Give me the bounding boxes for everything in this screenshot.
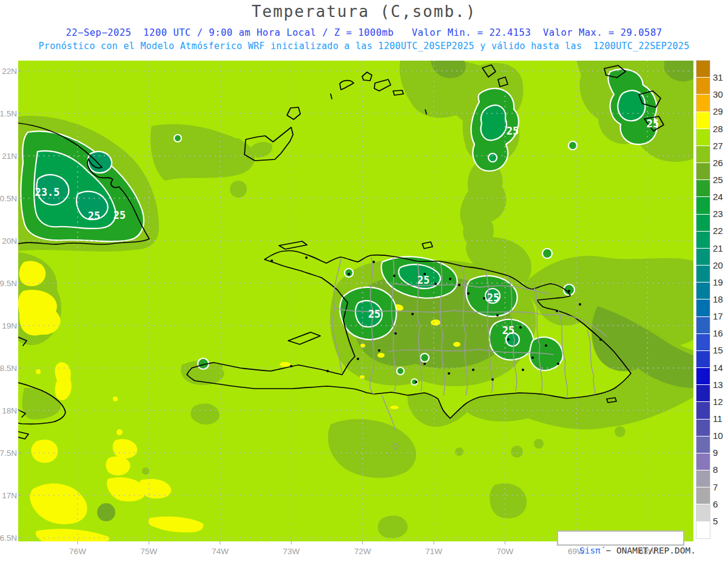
lat-label: 1.5N: [0, 109, 17, 118]
logo-brand: Sisπ́: [579, 546, 606, 555]
legend-colorbar: [696, 61, 710, 538]
legend-cell: [696, 163, 710, 180]
legend-tick-label: 22: [713, 226, 728, 236]
contour-label: 25: [507, 125, 519, 137]
legend-cell: [696, 112, 710, 129]
lat-label: 9.5N: [0, 279, 17, 288]
legend-cell: [696, 299, 710, 316]
legend-cell: [696, 146, 710, 163]
logo-text: − ONAMET/REP.DOM.: [606, 546, 696, 555]
legend-tick-label: 20: [713, 261, 728, 270]
legend-tick-label: 9: [713, 448, 728, 458]
legend-cell: [696, 266, 710, 283]
weather-map-screenshot: Temperatura (C,somb.) 22−Sep−2025 1200 U…: [0, 0, 728, 562]
legend-cell: [696, 453, 710, 470]
lat-label: 21N: [0, 152, 17, 161]
lat-label: 8.5N: [0, 364, 17, 373]
legend-tick-label: 13: [713, 380, 728, 390]
legend-cell: [696, 283, 710, 299]
lat-label: 7.5N: [0, 449, 17, 458]
lon-label: 75W: [130, 547, 167, 556]
legend-tick-label: 18: [713, 295, 728, 304]
legend-cell: [696, 232, 710, 249]
legend-tick-label: 27: [713, 141, 728, 151]
lat-label: 6.5N: [0, 534, 17, 543]
legend-cell: [696, 368, 710, 385]
legend-cell: [696, 351, 710, 368]
legend-tick-label: 21: [713, 244, 728, 253]
lon-label: 72W: [345, 547, 381, 556]
legend-tick-label: 5: [713, 517, 728, 526]
onamet-logo: Sisπ́ − ONAMET/REP.DOM.: [557, 530, 684, 546]
legend-cell: [696, 215, 710, 232]
legend-cell: [696, 504, 710, 521]
legend-tick-label: 28: [713, 124, 728, 134]
contour-label: 25: [88, 210, 100, 222]
legend-cell: [696, 197, 710, 214]
legend-tick-label: 29: [713, 107, 728, 116]
legend-tick-label: 14: [713, 363, 728, 373]
contour-label: 25: [647, 118, 659, 130]
contour-label: 25: [487, 292, 499, 304]
legend-tick-label: 8: [713, 465, 728, 475]
lat-label: 22N: [0, 67, 17, 76]
contour-label: 23.5: [35, 186, 60, 198]
legend-tick-label: 23: [713, 209, 728, 219]
legend-tick-label: 31: [713, 73, 728, 82]
legend-cell: [696, 249, 710, 266]
legend-tick-label: 6: [713, 500, 728, 509]
legend-cell: [696, 317, 710, 334]
legend-tick-label: 11: [713, 414, 728, 424]
legend-cell: [696, 129, 710, 146]
legend-tick-label: 16: [713, 329, 728, 338]
legend-cell: [696, 437, 710, 453]
legend-cell: [696, 180, 710, 197]
lon-label: 74W: [202, 547, 238, 556]
legend-tick-label: 30: [713, 90, 728, 99]
contour-label: 25: [368, 308, 380, 320]
legend-tick-label: 12: [713, 397, 728, 407]
legend-cell: [696, 470, 710, 487]
legend-cell: [696, 334, 710, 351]
lat-label: 18N: [0, 406, 17, 415]
legend-cell: [696, 522, 710, 538]
legend-tick-label: 26: [713, 158, 728, 168]
legend-cell: [696, 95, 710, 112]
legend-tick-label: 17: [713, 312, 728, 321]
legend-tick-label: 24: [713, 192, 728, 202]
lon-label: 73W: [273, 547, 309, 556]
legend-cell: [696, 385, 710, 402]
legend-tick-label: 7: [713, 483, 728, 492]
lon-label: 76W: [59, 547, 96, 556]
lat-label: 19N: [0, 321, 17, 330]
legend-tick-label: 19: [713, 278, 728, 287]
contour-label: 25: [113, 209, 126, 221]
legend-tick-label: 25: [713, 175, 728, 185]
legend-cell: [696, 420, 710, 437]
legend-cell: [696, 78, 710, 95]
lat-label: 0.5N: [0, 194, 17, 203]
legend-cell: [696, 61, 710, 78]
legend-tick-label: 10: [713, 431, 728, 441]
contour-label: 25: [502, 324, 514, 336]
legend-cell: [696, 402, 710, 419]
lon-label: 70W: [487, 547, 523, 556]
contour-label: 25: [417, 274, 430, 286]
lon-label: 71W: [416, 547, 452, 556]
lat-label: 17N: [0, 491, 17, 500]
legend-tick-label: 15: [713, 346, 728, 355]
legend-cell: [696, 487, 710, 504]
temperature-map: 23.52525252525252525: [0, 0, 728, 562]
lat-label: 20N: [0, 236, 17, 246]
